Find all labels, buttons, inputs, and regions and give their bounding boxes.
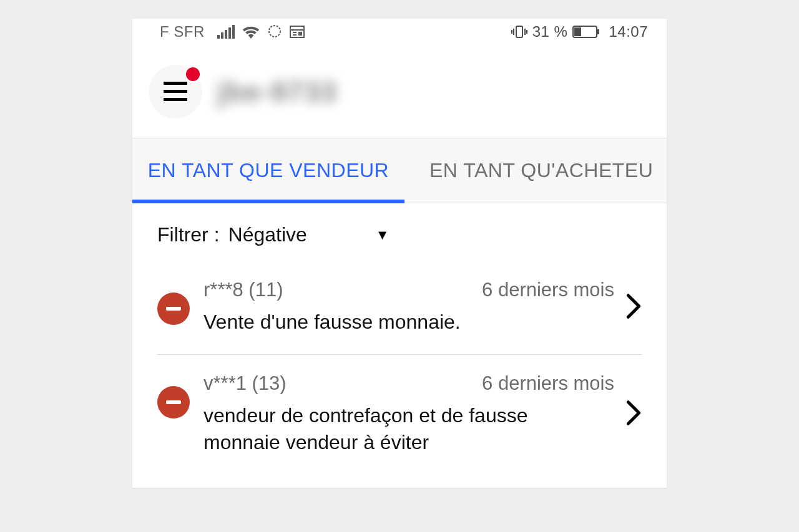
feedback-list: r***8 (11) 6 derniers mois Vente d'une f… [132, 261, 667, 488]
filter-dropdown[interactable]: Filtrer : Négative ▼ [132, 203, 667, 261]
status-right: 31 % 14:07 [511, 23, 648, 41]
svg-rect-17 [574, 27, 581, 36]
feedback-item[interactable]: r***8 (11) 6 derniers mois Vente d'une f… [157, 261, 642, 355]
hamburger-icon [164, 82, 187, 101]
feedback-item[interactable]: v***1 (13) 6 derniers mois vendeur de co… [157, 355, 642, 475]
tab-seller[interactable]: EN TANT QUE VENDEUR [132, 138, 404, 203]
status-bar: F SFR [132, 19, 667, 45]
svg-rect-2 [225, 30, 227, 39]
feedback-user: r***8 (11) [203, 279, 283, 301]
tab-seller-label: EN TANT QUE VENDEUR [148, 159, 389, 182]
svg-rect-1 [221, 32, 223, 39]
tab-buyer[interactable]: EN TANT QU'ACHETEU [404, 138, 667, 203]
svg-rect-10 [298, 32, 302, 36]
signal-icon [217, 25, 235, 39]
feedback-timeframe: 6 derniers mois [482, 372, 614, 395]
svg-point-5 [269, 26, 280, 37]
svg-rect-3 [228, 27, 231, 39]
negative-icon [157, 293, 190, 325]
feedback-timeframe: 6 derniers mois [482, 279, 614, 301]
chevron-right-icon [625, 293, 642, 322]
filter-value: Négative [228, 223, 307, 246]
chevron-down-icon: ▼ [376, 227, 390, 243]
svg-rect-11 [516, 26, 522, 37]
svg-rect-4 [232, 25, 235, 39]
carrier-label: F SFR [160, 23, 205, 41]
clock-label: 14:07 [609, 23, 648, 41]
feedback-topline: v***1 (13) 6 derniers mois [203, 372, 614, 395]
menu-button[interactable] [149, 65, 202, 118]
feedback-user: v***1 (13) [203, 372, 287, 395]
tabs: EN TANT QUE VENDEUR EN TANT QU'ACHETEU [132, 138, 667, 203]
vibrate-icon [511, 25, 527, 39]
svg-rect-0 [217, 35, 220, 39]
tab-buyer-label: EN TANT QU'ACHETEU [429, 159, 653, 182]
svg-rect-18 [597, 29, 599, 34]
chevron-right-icon [625, 400, 642, 428]
notification-dot-icon [186, 67, 200, 81]
status-left: F SFR [160, 23, 305, 41]
feedback-body: r***8 (11) 6 derniers mois Vente d'une f… [203, 279, 614, 336]
feedback-comment: vendeur de contrefaçon et de fausse monn… [203, 402, 603, 456]
chat-icon [267, 25, 282, 39]
negative-icon [157, 386, 190, 418]
phone-screen: F SFR [132, 19, 667, 488]
news-icon [290, 25, 305, 39]
wifi-icon [242, 25, 260, 39]
username-blurred: jbe-9733 [217, 75, 337, 109]
battery-icon [572, 26, 600, 38]
feedback-topline: r***8 (11) 6 derniers mois [203, 279, 614, 301]
filter-label: Filtrer : [157, 223, 220, 246]
app-header: jbe-9733 [132, 45, 667, 138]
feedback-comment: Vente d'une fausse monnaie. [203, 309, 603, 336]
battery-percent: 31 % [532, 23, 568, 41]
feedback-body: v***1 (13) 6 derniers mois vendeur de co… [203, 372, 614, 456]
